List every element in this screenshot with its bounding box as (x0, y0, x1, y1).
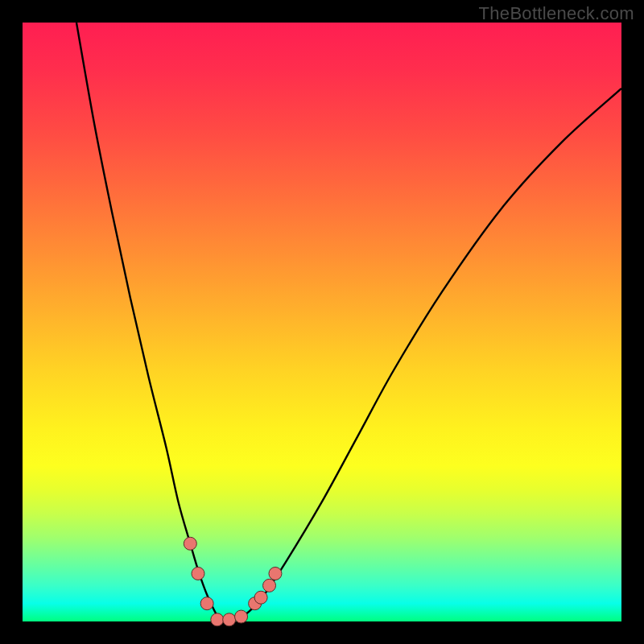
curve-marker (269, 567, 282, 580)
curve-marker (235, 610, 248, 623)
curve-marker (192, 567, 204, 580)
curve-marker (263, 579, 276, 592)
marker-group (184, 537, 282, 625)
plot-area (23, 23, 621, 621)
chart-frame: TheBottleneck.com (0, 0, 644, 644)
watermark-text: TheBottleneck.com (479, 3, 634, 24)
curve-marker (211, 613, 224, 626)
curve-marker (254, 591, 267, 604)
curve-path-group (76, 23, 621, 621)
curve-marker (184, 537, 196, 550)
chart-svg (23, 23, 621, 621)
curve-marker (223, 613, 236, 626)
bottleneck-curve (76, 23, 621, 621)
curve-marker (200, 597, 213, 610)
